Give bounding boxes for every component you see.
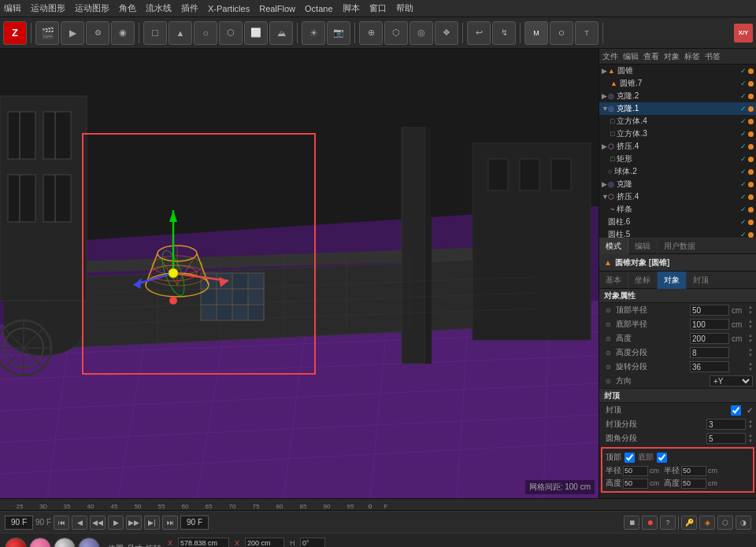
menu-item-realflow[interactable]: RealFlow xyxy=(259,4,295,13)
prop-input-rseg[interactable] xyxy=(690,361,729,372)
cap-radius-input2[interactable] xyxy=(681,466,706,476)
pb-next-frame[interactable]: ▶| xyxy=(144,516,160,530)
hier-menu-edit[interactable]: 编辑 xyxy=(623,51,639,62)
hier-menu-view[interactable]: 查看 xyxy=(643,51,659,62)
pb-icon-anim[interactable]: ◈ xyxy=(699,516,715,530)
prop-stepper-height[interactable]: ▲▼ xyxy=(748,333,753,344)
cap-height-input2[interactable] xyxy=(681,479,706,489)
menu-item-motion[interactable]: 运动图形 xyxy=(31,2,65,14)
hier-item-cyl5[interactable]: 圆柱.5 ✓ xyxy=(599,228,756,238)
cap-section-header[interactable]: 封顶 xyxy=(599,389,756,403)
pb-goto-start[interactable]: ⏮ xyxy=(54,516,69,530)
obj-props-header[interactable]: 对象属性 xyxy=(599,289,756,303)
render-region-button[interactable]: 🎬 xyxy=(35,21,59,45)
cloner-tool[interactable]: ❖ xyxy=(435,21,458,45)
menu-item-help[interactable]: 帮助 xyxy=(396,2,413,14)
prop-stepper-hseg[interactable]: ▲▼ xyxy=(748,347,753,358)
h-input[interactable] xyxy=(300,538,325,547)
pb-icon-motion[interactable]: ⬡ xyxy=(717,516,733,530)
hier-item-cube3[interactable]: □ 立方体.3 ✓ xyxy=(599,128,756,140)
cap-top-check[interactable] xyxy=(624,453,635,463)
sphere-tool[interactable]: ○ xyxy=(194,21,217,45)
menu-item-script[interactable]: 脚本 xyxy=(343,2,360,14)
x-size-input[interactable] xyxy=(245,538,284,547)
pb-prev-frame[interactable]: ◀ xyxy=(72,516,87,530)
cube-tool[interactable]: □ xyxy=(143,21,167,45)
obj-tab-cap[interactable]: 封顶 xyxy=(687,272,715,289)
texture-mode[interactable]: T xyxy=(575,21,598,45)
model-mode[interactable]: M xyxy=(524,21,548,45)
hier-item-clone1[interactable]: ▼ ◎ 克隆.1 ✓ xyxy=(599,102,756,115)
pb-play[interactable]: ▶ xyxy=(108,516,124,530)
render-active-button[interactable]: ◉ xyxy=(111,21,135,45)
render-button[interactable]: ▶ xyxy=(61,21,84,45)
pb-icon-q[interactable]: ? xyxy=(660,516,676,530)
cap-input-seg[interactable] xyxy=(706,419,746,430)
pb-play-backward[interactable]: ◀◀ xyxy=(90,516,106,530)
menu-item-edit[interactable]: 编辑 xyxy=(4,2,21,14)
hier-menu-tags[interactable]: 标签 xyxy=(684,51,700,62)
scene-hierarchy[interactable]: ▶ ▲ 圆锥 ✓ ▲ 圆锥.7 ✓ ▶ ◎ 克隆.2 xyxy=(599,65,756,238)
prop-input-height[interactable] xyxy=(690,333,729,344)
pb-icon-render[interactable]: ◑ xyxy=(736,516,751,530)
plane-tool[interactable]: ⬜ xyxy=(244,21,268,45)
prop-stepper-top-radius[interactable]: ▲▼ xyxy=(748,305,753,316)
hier-item-cone[interactable]: ▶ ▲ 圆锥 ✓ xyxy=(599,65,756,77)
material-ball-gray[interactable] xyxy=(54,538,76,548)
hier-menu-objects[interactable]: 对象 xyxy=(664,51,680,62)
cone-tool[interactable]: ▲ xyxy=(169,21,192,45)
mograph-tool[interactable]: ◎ xyxy=(410,21,433,45)
cap-input-fillet[interactable] xyxy=(706,433,746,444)
menu-item-xp[interactable]: X-Particles xyxy=(208,4,250,13)
cap-height-input1[interactable] xyxy=(623,479,648,489)
prop-stepper-bottom-radius[interactable]: ▲▼ xyxy=(748,319,753,330)
camera-tool[interactable]: 📷 xyxy=(327,21,350,45)
cap-check-cap[interactable] xyxy=(731,405,741,416)
hier-item-cyl6[interactable]: 圆柱.6 ✓ xyxy=(599,216,756,228)
hier-item-cone7[interactable]: ▲ 圆锥.7 ✓ xyxy=(599,77,756,90)
prop-input-hseg[interactable] xyxy=(690,347,729,358)
material-ball-red[interactable] xyxy=(5,538,27,548)
menu-item-octane[interactable]: Octane xyxy=(305,4,332,13)
cap-stepper-seg[interactable]: ▲▼ xyxy=(748,419,753,430)
cap-stepper-fillet[interactable]: ▲▼ xyxy=(748,433,753,444)
frame-start-input[interactable] xyxy=(5,516,33,530)
menu-item-motion2[interactable]: 运动图形 xyxy=(75,2,109,14)
render-options-button[interactable]: ⚙ xyxy=(86,21,109,45)
light-tool[interactable]: ☀ xyxy=(302,21,325,45)
hier-item-rect[interactable]: □ 矩形 ✓ xyxy=(599,153,756,165)
landscape-tool[interactable]: ⛰ xyxy=(269,21,293,45)
pb-icon-stop[interactable]: ⏹ xyxy=(624,516,639,530)
hier-item-cube4[interactable]: □ 立方体.4 ✓ xyxy=(599,115,756,128)
material-ball-purple[interactable] xyxy=(78,538,100,548)
prop-stepper-rseg[interactable]: ▲▼ xyxy=(748,361,753,372)
hier-menu-bookmarks[interactable]: 书签 xyxy=(705,51,721,62)
menu-item-role[interactable]: 角色 xyxy=(119,2,136,14)
twist-deformer[interactable]: ↯ xyxy=(492,21,516,45)
cap-radius-input1[interactable] xyxy=(623,466,648,476)
obj-tab-basic[interactable]: 基本 xyxy=(599,272,628,289)
hier-item-spline[interactable]: ~ 样条 ✓ xyxy=(599,203,756,216)
z-logo-button[interactable]: Z xyxy=(3,21,27,45)
menu-item-pipeline[interactable]: 流水线 xyxy=(146,2,172,14)
hier-item-extrude4b[interactable]: ▼ ⬡ 挤压.4 ✓ xyxy=(599,190,756,203)
obj-tab-coords[interactable]: 坐标 xyxy=(628,272,658,289)
material-ball-pink[interactable] xyxy=(29,538,51,548)
mode-tab-mode[interactable]: 模式 xyxy=(599,238,628,254)
pb-play-forward[interactable]: ▶▶ xyxy=(126,516,142,530)
cap-bottom-check[interactable] xyxy=(657,453,667,463)
mode-tab-edit[interactable]: 编辑 xyxy=(628,238,658,254)
mode-tab-userdata[interactable]: 用户数据 xyxy=(658,238,702,254)
viewport-3d[interactable]: 网格间距: 100 cm xyxy=(0,49,598,498)
pb-icon-key[interactable]: 🔑 xyxy=(681,516,697,530)
prop-input-top-radius[interactable] xyxy=(690,305,729,316)
pb-icon-rec[interactable]: ⏺ xyxy=(642,516,658,530)
cylinder-tool[interactable]: ⬡ xyxy=(219,21,243,45)
hier-menu-file[interactable]: 文件 xyxy=(602,51,618,62)
hier-item-clone2[interactable]: ▶ ◎ 克隆.2 ✓ xyxy=(599,90,756,102)
x-pos-input[interactable] xyxy=(178,538,229,547)
extrude-tool[interactable]: ⬡ xyxy=(384,21,408,45)
menu-item-plugin[interactable]: 插件 xyxy=(181,2,198,14)
obj-mode[interactable]: O xyxy=(550,21,573,45)
hier-item-clone[interactable]: ▶ ◎ 克隆 ✓ xyxy=(599,178,756,190)
